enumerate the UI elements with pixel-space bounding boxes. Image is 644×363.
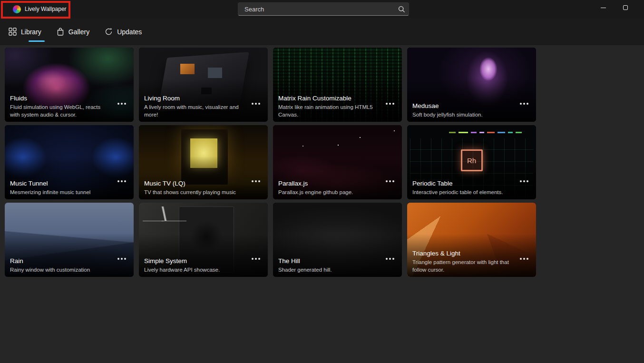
card-more-button[interactable] xyxy=(384,255,396,263)
wallpaper-card-triangles-light[interactable]: Triangles & Light Triangle pattern gener… xyxy=(407,203,536,277)
card-title: Periodic Table xyxy=(412,179,509,188)
card-title: Music TV (LQ) xyxy=(144,179,241,188)
card-more-button[interactable] xyxy=(518,177,530,185)
tab-updates[interactable]: Updates xyxy=(105,18,142,45)
card-more-button[interactable] xyxy=(116,255,128,263)
card-description: Parallax.js engine github page. xyxy=(278,188,375,196)
card-more-button[interactable] xyxy=(384,100,396,108)
bag-icon xyxy=(57,28,64,36)
wallpaper-card-simple-system[interactable]: Simple System Lively hardware API showca… xyxy=(139,203,268,277)
ellipsis-icon xyxy=(389,103,391,105)
card-title: Rain xyxy=(10,256,107,265)
card-more-button[interactable] xyxy=(250,177,262,185)
maximize-icon xyxy=(623,5,628,10)
card-title: Simple System xyxy=(144,256,241,265)
tab-updates-label: Updates xyxy=(117,28,142,36)
card-title: Medusae xyxy=(412,101,509,110)
ellipsis-icon xyxy=(523,103,525,105)
wallpaper-card-music-tv[interactable]: Music TV (LQ) TV that shows currently pl… xyxy=(139,125,268,199)
minimize-icon xyxy=(601,8,606,8)
wallpaper-card-medusae[interactable]: Medusae Soft body jellyfish simulation. xyxy=(407,48,536,122)
ellipsis-icon xyxy=(523,180,525,182)
ellipsis-icon xyxy=(121,258,123,260)
periodic-element-highlight: Rh xyxy=(461,149,483,171)
card-more-button[interactable] xyxy=(518,100,530,108)
card-more-button[interactable] xyxy=(116,177,128,185)
maximize-button[interactable] xyxy=(615,0,636,15)
card-description: Rainy window with customization xyxy=(10,266,107,274)
ellipsis-icon xyxy=(389,180,391,182)
ellipsis-icon xyxy=(255,180,257,182)
card-description: Matrix like rain animation using HTML5 C… xyxy=(278,103,375,118)
card-title: Living Room xyxy=(144,94,241,103)
ellipsis-icon xyxy=(255,258,257,260)
card-title: Parallax.js xyxy=(278,179,375,188)
wallpaper-card-living-room[interactable]: Living Room A lively room with music, vi… xyxy=(139,48,268,122)
grid-icon xyxy=(9,28,17,36)
tab-gallery-label: Gallery xyxy=(68,28,89,36)
app-title: Lively Wallpaper xyxy=(25,0,67,18)
wallpaper-grid: Fluids Fluid simulation using WebGL, rea… xyxy=(5,48,536,277)
card-description: Shader generated hill. xyxy=(278,266,375,274)
wallpaper-card-music-tunnel[interactable]: Music Tunnel Mesmerizing infinite music … xyxy=(5,125,134,199)
tab-library-label: Library xyxy=(21,28,41,36)
wallpaper-card-the-hill[interactable]: The Hill Shader generated hill. xyxy=(273,203,402,277)
ellipsis-icon xyxy=(255,103,257,105)
tab-library[interactable]: Library xyxy=(9,18,41,45)
ellipsis-icon xyxy=(523,258,525,260)
card-title: Triangles & Light xyxy=(412,249,509,258)
app-logo-icon xyxy=(13,5,21,13)
card-title: Fluids xyxy=(10,94,107,103)
card-more-button[interactable] xyxy=(518,255,530,263)
wallpaper-card-fluids[interactable]: Fluids Fluid simulation using WebGL, rea… xyxy=(5,48,134,122)
ellipsis-icon xyxy=(121,180,123,182)
card-description: Lively hardware API showcase. xyxy=(144,266,241,274)
ellipsis-icon xyxy=(389,258,391,260)
card-description: TV that shows currently playing music xyxy=(144,188,241,196)
card-title: Matrix Rain Customizable xyxy=(278,94,375,103)
wallpaper-card-rain[interactable]: Rain Rainy window with customization xyxy=(5,203,134,277)
titlebar: Lively Wallpaper xyxy=(0,0,644,18)
tab-bar: Library Gallery Updates xyxy=(0,18,644,45)
minimize-button[interactable] xyxy=(592,0,614,15)
card-description: Triangle pattern generator with light th… xyxy=(412,258,509,274)
wallpaper-card-matrix-rain[interactable]: Matrix Rain Customizable Matrix like rai… xyxy=(273,48,402,122)
card-more-button[interactable] xyxy=(250,255,262,263)
card-description: Mesmerizing infinite music tunnel xyxy=(10,188,107,196)
card-description: Interactive periodic table of elements. xyxy=(412,188,509,196)
card-more-button[interactable] xyxy=(384,177,396,185)
card-description: Fluid simulation using WebGL, reacts wit… xyxy=(10,103,107,118)
search-icon[interactable] xyxy=(394,6,409,13)
refresh-icon xyxy=(105,28,113,36)
card-title: Music Tunnel xyxy=(10,179,107,188)
card-more-button[interactable] xyxy=(250,100,262,108)
lively-wallpaper-window: Lively Wallpaper Library Gallery xyxy=(0,0,644,363)
wallpaper-card-periodic-table[interactable]: Rh Periodic Table Interactive periodic t… xyxy=(407,125,536,199)
wallpaper-card-parallax[interactable]: Parallax.js Parallax.js engine github pa… xyxy=(273,125,402,199)
card-description: Soft body jellyfish simulation. xyxy=(412,111,509,118)
card-description: A lively room with music, visualizer and… xyxy=(144,103,241,118)
tab-gallery[interactable]: Gallery xyxy=(57,18,89,45)
search-box[interactable] xyxy=(238,2,409,16)
card-title: The Hill xyxy=(278,256,375,265)
card-more-button[interactable] xyxy=(116,100,128,108)
ellipsis-icon xyxy=(121,103,123,105)
search-input[interactable] xyxy=(238,6,394,13)
